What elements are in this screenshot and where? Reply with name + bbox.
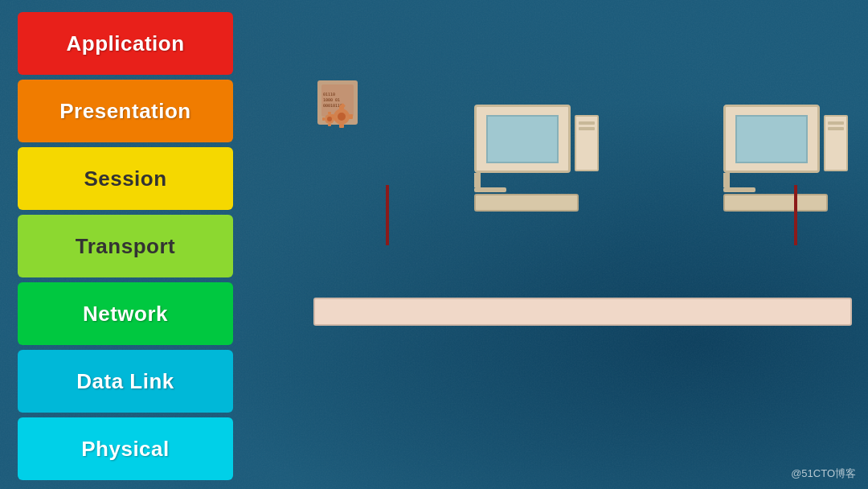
keyboard-left	[474, 194, 579, 212]
svg-text:01110: 01110	[323, 92, 335, 97]
layer-application-label: Application	[66, 31, 184, 56]
svg-point-14	[327, 117, 332, 121]
layer-session-btn[interactable]: Session	[18, 147, 233, 210]
layer-transport-btn[interactable]: Transport	[18, 215, 233, 277]
layer-physical-label: Physical	[81, 437, 170, 462]
monitor-screen-left	[486, 115, 559, 163]
stand-right	[723, 173, 730, 187]
cable-right	[794, 185, 797, 245]
cable-left	[386, 185, 389, 245]
network-hub	[313, 298, 852, 326]
tower-left	[575, 115, 599, 171]
svg-rect-17	[322, 117, 325, 121]
keyboard-right	[723, 194, 828, 212]
computer-right-unit	[723, 105, 828, 212]
base-left	[474, 187, 506, 192]
watermark: @51CTO博客	[791, 466, 856, 481]
layer-transport-label: Transport	[76, 234, 175, 259]
svg-point-6	[338, 113, 346, 121]
computer-left-unit	[474, 105, 579, 212]
layer-presentation-label: Presentation	[59, 99, 191, 124]
svg-rect-18	[334, 117, 337, 121]
svg-rect-8	[339, 124, 344, 128]
osi-layers-panel: Application Presentation Session Transpo…	[18, 12, 233, 480]
computer-right	[723, 105, 828, 212]
layer-datalink-label: Data Link	[76, 369, 174, 394]
base-right	[723, 187, 755, 192]
monitor-screen-right	[735, 115, 808, 163]
monitor-left	[474, 105, 571, 173]
layer-network-btn[interactable]: Network	[18, 282, 233, 345]
layer-physical-btn[interactable]: Physical	[18, 417, 233, 480]
layer-application-btn[interactable]: Application	[18, 12, 233, 75]
layer-session-label: Session	[84, 166, 166, 191]
layer-presentation-btn[interactable]: Presentation	[18, 80, 233, 142]
svg-rect-10	[349, 114, 353, 119]
main-content: Application Presentation Session Transpo…	[0, 0, 868, 489]
svg-text:1000 01: 1000 01	[323, 97, 340, 102]
diagram-area: 01110 1000 01 00010110	[265, 0, 868, 489]
stand-left	[474, 173, 481, 187]
gear-circuit-icon: 01110 1000 01 00010110	[313, 76, 370, 137]
monitor-right	[723, 105, 820, 173]
computer-left	[474, 105, 579, 212]
tower-right	[824, 115, 848, 171]
layer-datalink-btn[interactable]: Data Link	[18, 350, 233, 413]
svg-rect-15	[328, 112, 331, 114]
watermark-text: @51CTO博客	[791, 467, 856, 479]
svg-rect-16	[328, 124, 331, 126]
layer-network-label: Network	[83, 302, 168, 327]
